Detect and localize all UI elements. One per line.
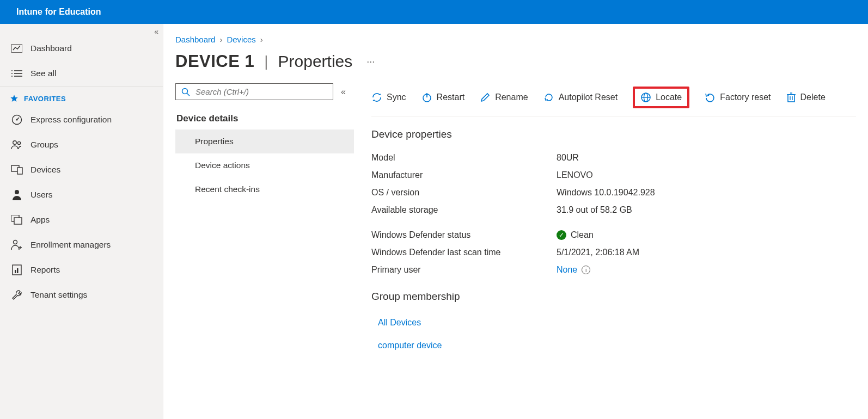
favorites-label: FAVORITES	[24, 95, 66, 103]
locate-button[interactable]: Locate	[633, 87, 689, 108]
sync-button[interactable]: Sync	[371, 92, 406, 103]
toolbar: Sync Restart Rename Autopilot Reset	[371, 84, 856, 116]
nav-label: Reports	[30, 265, 60, 275]
edit-icon	[480, 92, 491, 103]
sidenav-item-reports[interactable]: Reports	[0, 257, 163, 282]
group-membership-heading: Group membership	[371, 279, 856, 311]
list-icon	[11, 67, 23, 79]
sidenav-item-enrollment-managers[interactable]: Enrollment managers	[0, 232, 163, 257]
btn-label: Sync	[387, 93, 406, 102]
prop-label: Model	[371, 153, 557, 163]
person-add-icon	[11, 239, 23, 251]
sidenav-item-dashboard[interactable]: Dashboard	[0, 36, 163, 61]
favorites-header: FAVORITES	[0, 86, 163, 107]
sidenav: « Dashboard See all FAVORITES Express co…	[0, 24, 163, 419]
subnav-item-device-actions[interactable]: Device actions	[175, 153, 354, 177]
search-input[interactable]	[195, 87, 327, 96]
report-icon	[11, 264, 23, 276]
nav-label: Enrollment managers	[30, 240, 111, 250]
btn-label: Restart	[437, 93, 465, 102]
prop-value: 5/1/2021, 2:06:18 AM	[557, 248, 639, 257]
svg-point-18	[14, 241, 17, 244]
svg-point-10	[16, 119, 18, 121]
svg-point-12	[17, 141, 20, 144]
sidenav-item-see-all[interactable]: See all	[0, 61, 163, 86]
breadcrumb-dashboard[interactable]: Dashboard	[175, 35, 215, 44]
prop-value-text: None	[557, 265, 577, 275]
page-header: DEVICE 1 | Properties ···	[163, 44, 868, 83]
app-title: Intune for Education	[16, 7, 101, 17]
group-link-all-devices[interactable]: All Devices	[371, 311, 856, 334]
main: Dashboard › Devices › DEVICE 1 | Propert…	[163, 24, 868, 419]
subnav-collapse-button[interactable]: «	[341, 87, 346, 97]
more-actions-button[interactable]: ···	[362, 54, 379, 70]
prop-value[interactable]: None i	[557, 265, 590, 275]
prop-value-text: Clean	[571, 230, 594, 240]
subnav-label: Properties	[195, 137, 234, 146]
search-box[interactable]	[175, 83, 333, 100]
svg-point-15	[15, 190, 19, 194]
svg-rect-23	[17, 268, 19, 273]
svg-line-25	[187, 93, 190, 96]
device-properties-heading: Device properties	[371, 116, 856, 149]
restart-button[interactable]: Restart	[421, 92, 465, 103]
delete-button[interactable]: Delete	[786, 92, 826, 103]
subnav-item-recent-checkins[interactable]: Recent check-ins	[175, 177, 354, 201]
svg-point-24	[182, 88, 188, 94]
svg-marker-7	[10, 95, 17, 102]
btn-label: Autopilot Reset	[559, 93, 618, 102]
check-circle-icon: ✓	[557, 230, 566, 240]
btn-label: Rename	[495, 93, 528, 102]
sidenav-collapse-button[interactable]: «	[154, 27, 158, 36]
prop-row-defender-scan: Windows Defender last scan time 5/1/2021…	[371, 244, 856, 261]
btn-label: Locate	[656, 93, 682, 102]
search-icon	[181, 88, 190, 96]
prop-label: Available storage	[371, 205, 557, 215]
trash-icon	[786, 92, 796, 103]
gauge-icon	[11, 114, 23, 126]
subnav: « Device details Properties Device actio…	[163, 83, 359, 419]
svg-rect-17	[14, 218, 22, 224]
factory-reset-button[interactable]: Factory reset	[705, 92, 771, 103]
nav-label: Dashboard	[30, 44, 72, 53]
subnav-label: Recent check-ins	[195, 184, 260, 194]
prop-row-manufacturer: Manufacturer LENOVO	[371, 167, 856, 184]
nav-label: See all	[30, 69, 56, 78]
nav-label: Apps	[30, 215, 50, 225]
autopilot-reset-button[interactable]: Autopilot Reset	[543, 92, 618, 103]
star-icon	[10, 94, 19, 103]
devices-icon	[11, 164, 23, 176]
subnav-item-properties[interactable]: Properties	[175, 130, 354, 153]
people-icon	[11, 139, 23, 151]
rename-button[interactable]: Rename	[480, 92, 528, 103]
svg-rect-14	[17, 168, 22, 174]
prop-row-primary-user: Primary user None i	[371, 261, 856, 279]
info-icon[interactable]: i	[582, 266, 590, 274]
sidenav-item-express-configuration[interactable]: Express configuration	[0, 107, 163, 132]
breadcrumb-devices[interactable]: Devices	[227, 35, 255, 44]
sidenav-item-groups[interactable]: Groups	[0, 132, 163, 157]
prop-label: Primary user	[371, 265, 557, 275]
subnav-heading: Device details	[175, 100, 354, 130]
power-icon	[421, 92, 432, 103]
wrench-icon	[11, 289, 23, 301]
nav-label: Tenant settings	[30, 290, 87, 300]
breadcrumb: Dashboard › Devices ›	[163, 35, 868, 44]
svg-rect-22	[15, 270, 16, 273]
nav-label: Devices	[30, 165, 60, 175]
sidenav-item-devices[interactable]: Devices	[0, 157, 163, 182]
page-subtitle: Properties	[278, 52, 353, 71]
top-bar: Intune for Education	[0, 0, 868, 24]
globe-icon	[640, 92, 651, 103]
sidenav-item-users[interactable]: Users	[0, 182, 163, 207]
prop-value: 80UR	[557, 153, 579, 163]
group-link-computer-device[interactable]: computer device	[371, 334, 856, 357]
sidenav-item-apps[interactable]: Apps	[0, 207, 163, 232]
page-title: DEVICE 1	[175, 52, 254, 71]
sidenav-item-tenant-settings[interactable]: Tenant settings	[0, 282, 163, 307]
prop-row-os: OS / version Windows 10.0.19042.928	[371, 184, 856, 201]
details-pane: Sync Restart Rename Autopilot Reset	[359, 83, 868, 419]
apps-icon	[11, 214, 23, 226]
prop-row-defender-status: Windows Defender status ✓ Clean	[371, 226, 856, 244]
btn-label: Delete	[800, 93, 826, 102]
